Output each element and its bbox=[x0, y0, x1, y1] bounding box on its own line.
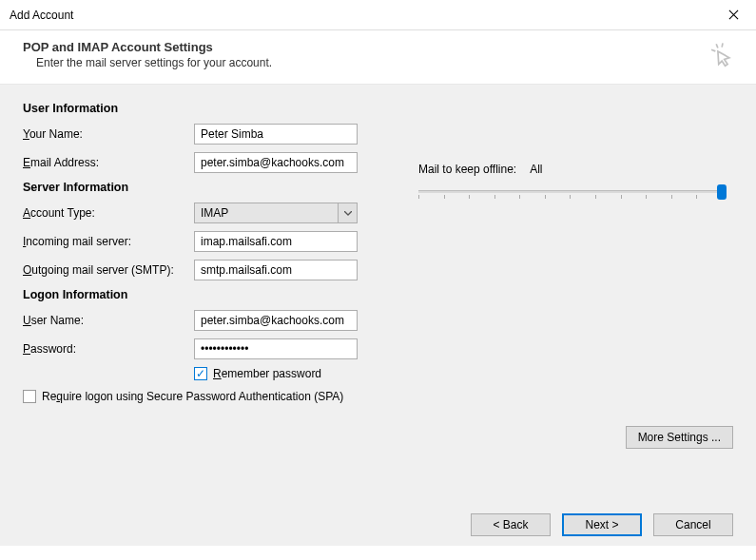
dialog-footer: < Back Next > Cancel bbox=[23, 501, 733, 536]
user-name-label: User Name: bbox=[23, 314, 194, 327]
account-type-label: Account Type: bbox=[23, 206, 194, 220]
svg-line-2 bbox=[722, 43, 723, 47]
section-server-info: Server Information bbox=[23, 181, 384, 194]
user-name-input[interactable] bbox=[194, 310, 358, 331]
account-type-select[interactable]: IMAP bbox=[194, 203, 358, 223]
spa-checkbox[interactable] bbox=[23, 390, 36, 403]
your-name-input[interactable] bbox=[194, 124, 358, 145]
cursor-icon bbox=[707, 40, 739, 72]
offline-label: Mail to keep offline: bbox=[418, 163, 516, 176]
your-name-label: YYour Name:our Name: bbox=[23, 127, 194, 141]
svg-line-0 bbox=[711, 49, 715, 51]
section-user-info: User Information bbox=[23, 102, 384, 115]
dialog-header: POP and IMAP Account Settings Enter the … bbox=[0, 30, 756, 85]
svg-line-1 bbox=[716, 44, 718, 48]
email-input[interactable] bbox=[194, 152, 358, 173]
slider-thumb[interactable] bbox=[717, 184, 727, 200]
outgoing-label: Outgoing mail server (SMTP): bbox=[23, 263, 194, 277]
form-column: User Information YYour Name:our Name: Em… bbox=[23, 102, 384, 409]
spa-label: Require logon using Secure Password Auth… bbox=[42, 390, 343, 403]
remember-password-label: Remember password bbox=[213, 367, 321, 380]
cancel-button[interactable]: Cancel bbox=[653, 513, 733, 536]
check-icon: ✓ bbox=[196, 368, 205, 379]
password-label: Password: bbox=[23, 342, 194, 356]
incoming-server-input[interactable] bbox=[194, 231, 358, 252]
account-type-value: IMAP bbox=[201, 206, 228, 220]
dialog-content: User Information YYour Name:our Name: Em… bbox=[0, 85, 756, 546]
mail-offline-slider[interactable] bbox=[418, 183, 723, 201]
next-button[interactable]: Next > bbox=[562, 513, 642, 536]
header-subtitle: Enter the mail server settings for your … bbox=[23, 56, 272, 69]
outgoing-server-input[interactable] bbox=[194, 260, 358, 280]
incoming-label: Incoming mail server: bbox=[23, 235, 194, 248]
remember-password-checkbox[interactable]: ✓ bbox=[194, 367, 207, 380]
header-title: POP and IMAP Account Settings bbox=[23, 40, 272, 54]
back-button[interactable]: < Back bbox=[471, 513, 551, 536]
more-settings-button[interactable]: More Settings ... bbox=[626, 426, 733, 449]
email-label: Email Address: bbox=[23, 156, 194, 169]
chevron-down-icon bbox=[338, 203, 357, 222]
offline-value: All bbox=[530, 163, 542, 176]
close-button[interactable] bbox=[716, 2, 750, 29]
title-bar: Add Account bbox=[0, 0, 756, 30]
offline-column: Mail to keep offline: All bbox=[418, 102, 733, 409]
window-title: Add Account bbox=[10, 9, 73, 22]
close-icon bbox=[728, 10, 739, 20]
password-input[interactable] bbox=[194, 338, 358, 359]
section-logon-info: Logon Information bbox=[23, 288, 384, 301]
